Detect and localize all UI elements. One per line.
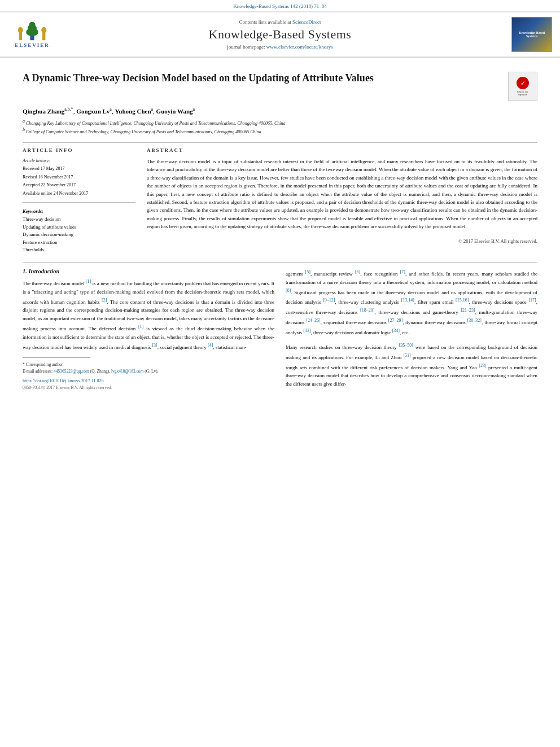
svg-rect-4: [19, 32, 22, 40]
article-info-heading: Article Info: [23, 147, 135, 153]
license-line: 0950-7051/© 2017 Elsevier B.V. All right…: [23, 385, 274, 390]
info-abstract-divider: [23, 142, 537, 143]
sciencedirect-line: Contents lists available at ScienceDirec…: [59, 19, 501, 25]
accepted-date: Accepted 22 November 2017: [23, 182, 135, 189]
available-date: Available online 24 November 2017: [23, 190, 135, 198]
copyright-line: © 2017 Elsevier B.V. All rights reserved…: [147, 235, 537, 244]
corresponding-author-note: * Corresponding author. E-mail addresses…: [23, 361, 274, 375]
article-title-section: A Dynamic Three-way Decision Model based…: [23, 72, 537, 101]
article-title: A Dynamic Three-way Decision Model based…: [23, 72, 508, 85]
journal-header: ELSEVIER Contents lists available at Sci…: [0, 11, 560, 58]
keywords-section: Keywords: Three-way decision Updating of…: [23, 208, 135, 254]
keyword-5: Thresholds: [23, 246, 135, 254]
check-updates-icon: ✓: [517, 77, 529, 89]
affiliation-2: b College of Computer Science and Techno…: [23, 126, 537, 136]
check-updates-label: Check forupdates: [517, 90, 528, 96]
journal-cover-image: Knowledge-Based Systems: [511, 17, 552, 52]
top-link-bar: Knowledge-Based Systems 142 (2018) 71–84: [0, 0, 560, 11]
received-date: Received 17 May 2017: [23, 165, 135, 173]
svg-rect-5: [42, 32, 45, 40]
keywords-divider: [23, 202, 135, 203]
intro-paragraph-1: The three-way decision model [1] is a ne…: [23, 278, 274, 352]
journal-homepage-line: journal homepage: www.elsevier.com/locat…: [59, 44, 501, 50]
author-3: Yuhong Chen: [115, 108, 151, 115]
elsevier-logo: ELSEVIER: [8, 18, 56, 51]
email-link-2[interactable]: lvgx410@163.com: [111, 369, 144, 374]
abstract-heading: Abstract: [147, 147, 537, 153]
doi-line: https://doi.org/10.1016/j.knosys.2017.11…: [23, 378, 274, 383]
author-1: Qinghua Zhang: [23, 108, 64, 115]
email-note: E-mail addresses: 445365223@qq.com (Q. Z…: [23, 368, 274, 375]
svg-point-7: [41, 27, 46, 33]
footnote-divider: [23, 357, 90, 358]
corresponding-label: * Corresponding author.: [23, 361, 274, 368]
body-left-col: 1. Introduction The three-way decision m…: [23, 268, 274, 390]
journal-volume-link[interactable]: Knowledge-Based Systems 142 (2018) 71–84: [233, 3, 326, 9]
keyword-2: Updating of attribute values: [23, 224, 135, 231]
body-right-col: agement [5], manuscript review [6], face…: [286, 268, 537, 390]
intro-paragraph-2: agement [5], manuscript review [6], face…: [286, 268, 537, 337]
svg-point-6: [18, 27, 23, 33]
intro-section-title: 1. Introduction: [23, 268, 274, 274]
journal-title-area: Contents lists available at ScienceDirec…: [59, 19, 501, 50]
journal-title: Knowledge-Based Systems: [59, 27, 501, 42]
main-content: A Dynamic Three-way Decision Model based…: [0, 58, 560, 396]
authors-line: Qinghua Zhanga,b,*, Gongxun Lva, Yuhong …: [23, 107, 537, 115]
keywords-label: Keywords:: [23, 208, 135, 214]
keyword-4: Feature extraction: [23, 239, 135, 247]
author-1-super: a,b,*: [64, 107, 73, 112]
affiliations: a Chongqing Key Laboratory of Computatio…: [23, 118, 537, 136]
author-2: Gongxun Lv: [76, 108, 110, 115]
journal-homepage-link[interactable]: www.elsevier.com/locate/knosys: [266, 44, 333, 50]
author-2-super: a: [110, 107, 112, 112]
body-divider: [23, 262, 537, 263]
abstract-column: Abstract The three-way decision model is…: [147, 147, 537, 254]
intro-paragraph-3: Many research studies on three-way decis…: [286, 342, 537, 388]
affiliation-1: a Chongqing Key Laboratory of Computatio…: [23, 118, 537, 127]
body-two-col: 1. Introduction The three-way decision m…: [23, 268, 537, 390]
article-history: Article history: Received 17 May 2017 Re…: [23, 158, 135, 198]
svg-point-3: [29, 22, 36, 27]
journal-cover-area: Knowledge-Based Systems: [501, 17, 552, 52]
keyword-1: Three-way decision: [23, 216, 135, 224]
author-4: Guoyin Wang: [156, 108, 193, 115]
info-abstract-layout: Article Info Article history: Received 1…: [23, 147, 537, 254]
abstract-text: The three-way decision model is a topic …: [147, 158, 537, 231]
article-info-column: Article Info Article history: Received 1…: [23, 147, 135, 254]
revised-date: Revised 16 November 2017: [23, 174, 135, 181]
email-link-1[interactable]: 445365223@qq.com: [54, 369, 89, 374]
doi-link[interactable]: https://doi.org/10.1016/j.knosys.2017.11…: [23, 378, 104, 383]
elsevier-logo-area: ELSEVIER: [8, 18, 59, 51]
elsevier-tree-icon: [15, 21, 49, 41]
author-3-super: a: [151, 107, 154, 112]
elsevier-wordmark: ELSEVIER: [15, 42, 50, 48]
keyword-3: Dynamic decision-making: [23, 231, 135, 239]
sciencedirect-link[interactable]: ScienceDirect: [292, 19, 321, 25]
check-updates-box: ✓ Check forupdates: [508, 72, 537, 101]
author-4-super: a: [193, 107, 195, 112]
history-label: Article history:: [23, 158, 135, 165]
